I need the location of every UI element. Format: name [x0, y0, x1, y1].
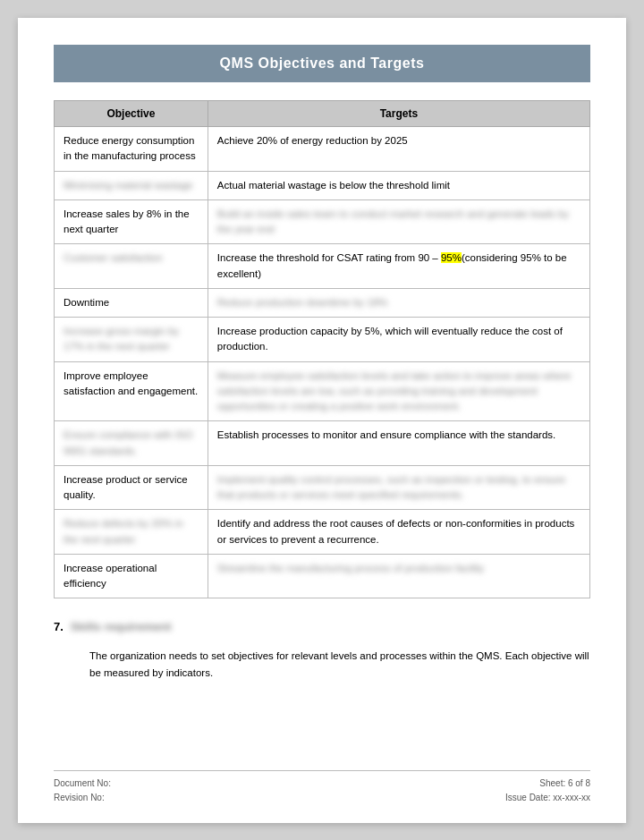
target-cell: Establish processes to monitor and ensur…: [208, 421, 589, 466]
objective-cell: Increase sales by 8% in the next quarter: [55, 199, 208, 244]
target-cell: Reduce production downtime by 18%: [208, 288, 589, 317]
objective-cell: Reduce defects by 20% in the next quarte…: [55, 510, 208, 555]
issue-date: Issue Date: xx-xxx-xx: [505, 791, 590, 805]
col1-header: Objective: [55, 101, 208, 127]
table-row: Reduce defects by 20% in the next quarte…: [55, 510, 590, 555]
objective-cell: Customer satisfaction: [55, 244, 208, 289]
col2-header: Targets: [208, 101, 589, 127]
footer: Document No: Revision No: Sheet: 6 of 8 …: [54, 770, 590, 805]
page: QMS Objectives and Targets Objective Tar…: [18, 18, 626, 823]
footer-right: Sheet: 6 of 8 Issue Date: xx-xxx-xx: [505, 776, 590, 805]
objective-cell: Improve employee satisfaction and engage…: [55, 361, 208, 421]
target-cell: Achieve 20% of energy reduction by 2025: [208, 127, 589, 172]
table-row: Customer satisfactionIncrease the thresh…: [55, 244, 590, 289]
table-row: Ensure compliance with ISO 9001 standard…: [55, 421, 590, 466]
table-row: Increase product or service quality.Impl…: [55, 465, 590, 510]
section-heading: Skills requirement: [71, 620, 172, 633]
objective-cell: Increase product or service quality.: [55, 465, 208, 510]
revision-no-label: Revision No:: [54, 791, 111, 805]
target-cell: Identify and address the root causes of …: [208, 510, 589, 555]
table-row: Increase sales by 8% in the next quarter…: [55, 199, 590, 244]
target-cell: Increase production capacity by 5%, whic…: [208, 318, 589, 362]
section-heading-row: 7. Skills requirement: [54, 620, 590, 639]
table-row: Increase gross margin by 17% in the next…: [55, 318, 590, 362]
objectives-table: Objective Targets Reduce energy consumpt…: [54, 100, 590, 598]
objective-cell: Minimising material wastage: [55, 171, 208, 199]
footer-left: Document No: Revision No:: [54, 776, 111, 805]
target-cell: Implement quality control processes, suc…: [208, 465, 589, 510]
section-number: 7.: [54, 620, 64, 633]
table-row: Reduce energy consumption in the manufac…: [55, 127, 590, 172]
page-title: QMS Objectives and Targets: [54, 45, 590, 82]
table-row: DowntimeReduce production downtime by 18…: [55, 288, 590, 317]
objective-cell: Downtime: [55, 288, 208, 317]
sheet-info: Sheet: 6 of 8: [505, 776, 590, 791]
table-row: Minimising material wastageActual materi…: [55, 171, 590, 199]
table-row: Improve employee satisfaction and engage…: [55, 361, 590, 421]
target-cell: Measure employee satisfaction levels and…: [208, 361, 589, 421]
objective-cell: Increase operational efficiency: [55, 554, 208, 598]
target-cell: Increase the threshold for CSAT rating f…: [208, 244, 589, 289]
target-cell: Actual material wastage is below the thr…: [208, 171, 589, 199]
objective-cell: Increase gross margin by 17% in the next…: [55, 318, 208, 362]
table-row: Increase operational efficiencyStreamlin…: [55, 554, 590, 598]
objective-cell: Reduce energy consumption in the manufac…: [55, 127, 208, 172]
objective-cell: Ensure compliance with ISO 9001 standard…: [55, 421, 208, 466]
section-content: The organization needs to set objectives…: [54, 648, 590, 681]
document-no-label: Document No:: [54, 776, 111, 791]
target-cell: Streamline the manufacturing process of …: [208, 554, 589, 598]
target-cell: Build an inside sales team to conduct ma…: [208, 199, 589, 244]
